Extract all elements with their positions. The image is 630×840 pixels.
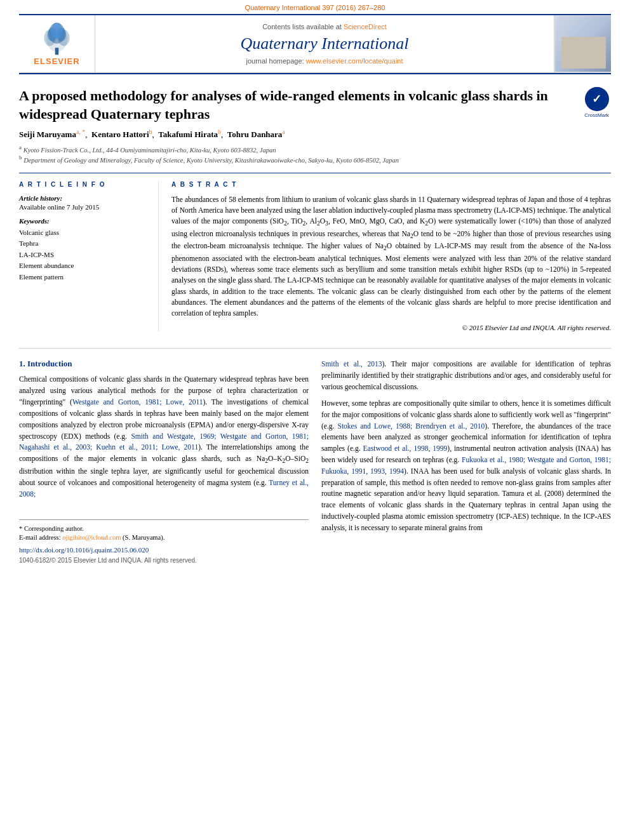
header-center: Contents lists available at ScienceDirec…	[95, 15, 554, 72]
article-info-heading: A R T I C L E I N F O	[19, 181, 148, 188]
keyword-2: Tephra	[19, 238, 148, 250]
homepage-url[interactable]: www.elsevier.com/locate/quaint	[306, 57, 403, 65]
ref-smith-1969[interactable]: Smith and Westgate, 1969; Westgate and G…	[19, 432, 309, 451]
crossmark-label: CrossMark	[584, 112, 609, 118]
footnote-area: * Corresponding author. E-mail address: …	[19, 519, 309, 541]
ref-fukuoka-1980[interactable]: Fukuoka et al., 1980; Westgate and Gorto…	[321, 456, 611, 475]
crossmark-badge[interactable]: ✓ CrossMark	[582, 87, 611, 118]
homepage-line: journal homepage: www.elsevier.com/locat…	[246, 57, 403, 65]
ref-eastwood-1998[interactable]: Eastwood et al., 1998, 1999	[363, 444, 448, 452]
section-divider	[19, 348, 611, 349]
article-info-column: A R T I C L E I N F O Article history: A…	[19, 181, 159, 332]
elsevier-logo: ELSEVIER	[34, 22, 79, 66]
abstract-heading: A B S T R A C T	[171, 181, 611, 188]
journal-reference: Quaternary International 397 (2016) 267–…	[245, 4, 385, 11]
body-two-column: 1. Introduction Chemical compositions of…	[0, 359, 630, 563]
authors-line: Seiji Maruyamaa, *, Kentaro Hattorib, Ta…	[19, 128, 611, 140]
keyword-5: Element pattern	[19, 272, 148, 283]
author-3-super: b	[218, 128, 221, 135]
svg-point-7	[51, 23, 62, 39]
keyword-4: Element abundance	[19, 260, 148, 272]
journal-top-bar: Quaternary International 397 (2016) 267–…	[0, 0, 630, 14]
article-title-section: A proposed methodology for analyses of w…	[19, 87, 611, 123]
email-link[interactable]: ojigibito@icloud.com	[62, 534, 121, 541]
corresponding-author-note: * Corresponding author.	[19, 525, 309, 532]
abstract-text: The abundances of 58 elements from lithi…	[171, 194, 611, 319]
body-right-column: Smith et al., 2013). Their major composi…	[321, 359, 611, 563]
ref-stokes-1988[interactable]: Stokes and Lowe, 1988; Brendryen et al.,…	[338, 422, 485, 430]
affiliation-1: a Kyoto Fission-Track Co., Ltd., 44-4 Ou…	[19, 144, 611, 154]
header-section: ELSEVIER Contents lists available at Sci…	[19, 14, 611, 74]
header-top: ELSEVIER Contents lists available at Sci…	[19, 15, 611, 73]
ref-turney-2008[interactable]: Turney et al., 2008;	[19, 479, 309, 498]
keyword-3: LA-ICP-MS	[19, 250, 148, 261]
copyright-line: © 2015 Elsevier Ltd and INQUA. All right…	[171, 324, 611, 331]
header-image-box	[555, 16, 611, 72]
crossmark-icon: ✓	[585, 87, 609, 111]
page-wrapper: Quaternary International 397 (2016) 267–…	[0, 0, 630, 564]
article-title: A proposed methodology for analyses of w…	[19, 87, 582, 123]
sciencedirect-link[interactable]: ScienceDirect	[344, 23, 387, 30]
ref-smith-2013[interactable]: Smith et al., 2013	[321, 360, 382, 368]
doi-link[interactable]: http://dx.doi.org/10.1016/j.quaint.2015.…	[19, 546, 149, 554]
doi-area: http://dx.doi.org/10.1016/j.quaint.2015.…	[19, 545, 309, 555]
author-1-super: a, *	[76, 128, 85, 135]
author-1-name: Seiji Maruyama	[19, 130, 76, 140]
available-online: Available online 7 July 2015	[19, 203, 148, 211]
elsevier-logo-area: ELSEVIER	[19, 15, 95, 72]
author-2-name: Kentaro Hattori	[91, 130, 149, 140]
elsevier-tree-icon	[39, 22, 74, 57]
keyword-1: Volcanic glass	[19, 227, 148, 239]
keywords-label: Keywords:	[19, 217, 148, 225]
intro-body-text-right: Smith et al., 2013). Their major composi…	[321, 359, 611, 533]
main-content: A proposed methodology for analyses of w…	[0, 74, 630, 338]
body-left-column: 1. Introduction Chemical compositions of…	[19, 359, 309, 563]
affiliation-2: b Department of Geology and Mineralogy, …	[19, 154, 611, 164]
email-note: E-mail address: ojigibito@icloud.com (S.…	[19, 534, 309, 541]
abstract-column: A B S T R A C T The abundances of 58 ele…	[171, 181, 611, 332]
author-2-super: b	[149, 128, 152, 135]
author-4-super: a	[282, 128, 285, 135]
journal-title-header: Quaternary International	[240, 34, 408, 53]
intro-heading: 1. Introduction	[19, 359, 309, 369]
ref-westgate-1981[interactable]: Westgate and Gorton, 1981; Lowe, 2011	[72, 398, 203, 406]
email-suffix: (S. Maruyama).	[123, 534, 164, 541]
header-journal-image	[554, 15, 611, 72]
author-3-name: Takafumi Hirata	[158, 130, 218, 140]
issn-line: 1040-6182/© 2015 Elsevier Ltd and INQUA.…	[19, 557, 309, 564]
homepage-prefix: journal homepage:	[246, 57, 305, 65]
article-info-abstract-section: A R T I C L E I N F O Article history: A…	[19, 173, 611, 332]
history-label: Article history:	[19, 194, 148, 202]
email-label: E-mail address:	[19, 534, 62, 541]
author-4-name: Tohru Danhara	[227, 130, 283, 140]
contents-prefix: Contents lists available at	[262, 23, 344, 30]
contents-line: Contents lists available at ScienceDirec…	[262, 23, 387, 30]
elsevier-brand-text: ELSEVIER	[34, 57, 79, 66]
intro-body-text-left: Chemical compositions of volcanic glass …	[19, 374, 309, 500]
